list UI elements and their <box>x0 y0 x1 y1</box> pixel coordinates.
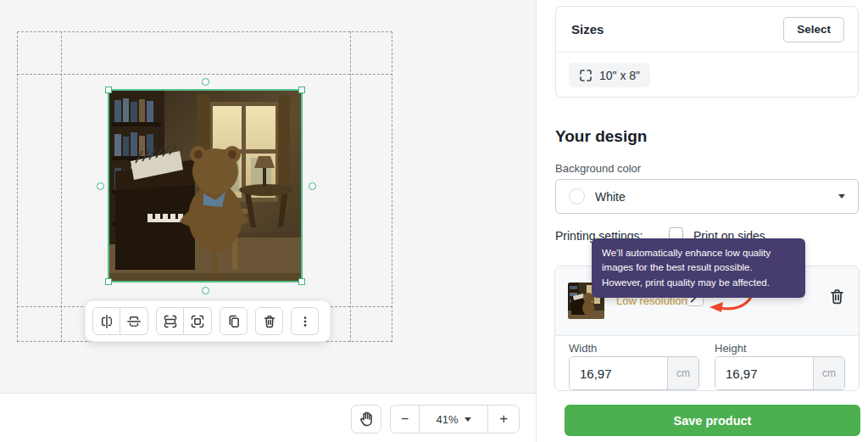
product-editor: − 41% + Sizes Select 10" x 8" <box>0 0 868 442</box>
zoom-level-dropdown[interactable]: 41% <box>419 406 488 433</box>
flip-horizontal-button[interactable] <box>92 307 120 335</box>
duplicate-icon <box>226 314 242 329</box>
your-design-heading: Your design <box>555 127 647 146</box>
zoom-level-value: 41% <box>436 413 458 426</box>
image-toolbar <box>85 300 331 342</box>
resize-handle-top-left[interactable] <box>105 87 112 93</box>
white-color-swatch <box>569 188 585 204</box>
flip-vertical-button[interactable] <box>120 307 148 335</box>
zoom-in-button[interactable]: + <box>488 406 519 433</box>
select-sizes-button[interactable]: Select <box>783 17 844 42</box>
save-product-button[interactable]: Save product <box>565 405 860 436</box>
width-field-group: cm <box>569 356 699 390</box>
height-input[interactable] <box>715 357 813 389</box>
settings-panel: Sizes Select 10" x 8" Your design Backgr… <box>536 0 868 442</box>
resize-handle-bottom-left[interactable] <box>105 278 112 285</box>
resize-handle-top-right[interactable] <box>298 87 305 93</box>
handle-middle-left[interactable] <box>97 182 104 190</box>
background-color-label: Background color <box>555 162 641 175</box>
canvas-bottom-bar: − 41% + <box>0 393 536 442</box>
fit-width-button[interactable] <box>156 307 184 335</box>
pan-tool-button[interactable] <box>351 405 381 434</box>
sizes-card: Sizes Select 10" x 8" <box>555 6 859 98</box>
more-options-button[interactable] <box>291 307 319 335</box>
height-label: Height <box>715 342 747 355</box>
hand-icon <box>358 411 375 428</box>
placed-image-teddy-bear-piano[interactable] <box>108 90 302 282</box>
enhance-quality-tooltip: We’ll automatically enhance low quality … <box>592 238 805 298</box>
fold-guide-top <box>17 74 392 75</box>
width-input[interactable] <box>570 357 667 389</box>
duplicate-button[interactable] <box>220 307 248 335</box>
zoom-controls: − 41% + <box>390 405 520 434</box>
handle-bottom-center[interactable] <box>202 287 209 294</box>
handle-middle-right[interactable] <box>309 182 316 190</box>
remove-design-button[interactable] <box>826 286 847 306</box>
resize-handle-bottom-right[interactable] <box>298 278 305 285</box>
flip-vertical-icon <box>126 314 142 329</box>
chevron-down-icon <box>838 194 845 199</box>
fold-guide-left <box>61 31 62 342</box>
background-color-value: White <box>595 190 828 204</box>
teddy-bear-piano-illustration <box>108 90 302 282</box>
fold-guide-right <box>350 31 351 342</box>
handle-top-center[interactable] <box>202 78 209 86</box>
design-canvas[interactable] <box>0 0 536 393</box>
fill-area-button[interactable] <box>184 307 212 335</box>
expand-icon <box>579 69 593 82</box>
chevron-down-icon <box>465 417 471 422</box>
width-unit: cm <box>667 357 698 389</box>
height-field-group: cm <box>715 356 845 390</box>
delete-button[interactable] <box>255 307 283 335</box>
size-chip[interactable]: 10" x 8" <box>569 63 650 87</box>
width-label: Width <box>569 342 597 355</box>
sizes-title: Sizes <box>571 22 604 36</box>
height-unit: cm <box>813 357 844 389</box>
trash-icon <box>828 288 846 305</box>
zoom-out-button[interactable]: − <box>391 406 419 433</box>
fit-width-icon <box>163 314 178 329</box>
flip-horizontal-icon <box>99 314 114 329</box>
size-chip-label: 10" x 8" <box>599 69 640 82</box>
fill-area-icon <box>190 314 205 329</box>
kebab-menu-icon <box>298 314 313 329</box>
trash-icon <box>262 314 277 329</box>
background-color-dropdown[interactable]: White <box>555 179 859 214</box>
